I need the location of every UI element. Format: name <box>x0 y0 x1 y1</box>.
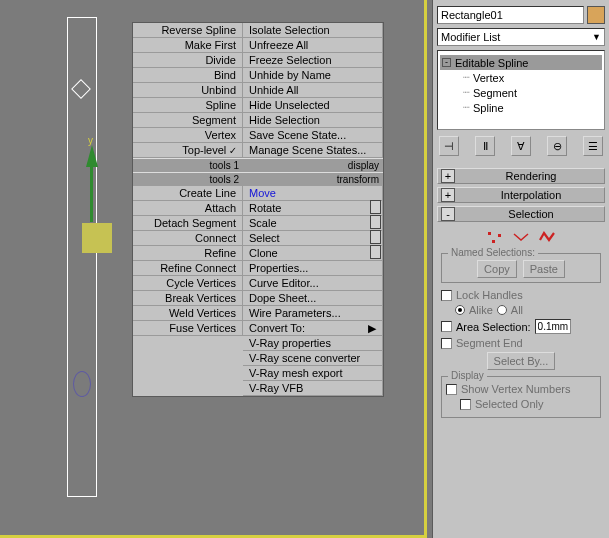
show-vertex-numbers-checkbox[interactable] <box>446 384 457 395</box>
option-box-icon[interactable] <box>370 230 381 244</box>
stack-sub-spline[interactable]: ┈Spline <box>440 100 602 115</box>
quad-item-refine-connect[interactable]: Refine Connect <box>133 261 243 276</box>
rollout-rendering: + Rendering <box>437 168 605 184</box>
spline-level-icon[interactable] <box>539 231 555 245</box>
quad-header-display: display <box>243 158 383 172</box>
object-color-swatch[interactable] <box>587 6 605 24</box>
make-unique-button[interactable]: ∀ <box>511 136 531 156</box>
y-axis-stem <box>90 167 93 222</box>
quad-item-select[interactable]: Select <box>243 231 383 246</box>
pin-stack-button[interactable]: ⊣ <box>439 136 459 156</box>
display-group-label: Display <box>448 370 487 381</box>
area-selection-checkbox[interactable] <box>441 321 452 332</box>
stack-root-editable-spline[interactable]: - Editable Spline <box>440 55 602 70</box>
vertex-level-icon[interactable] <box>487 231 503 245</box>
quad-item-rotate[interactable]: Rotate <box>243 201 383 216</box>
quad-header-tools1: tools 1 <box>133 158 243 172</box>
chevron-down-icon: ▼ <box>592 32 601 42</box>
quad-item-make-first[interactable]: Make First <box>133 38 243 53</box>
quad-header-transform: transform <box>243 172 383 186</box>
modifier-list-dropdown[interactable]: Modifier List ▼ <box>437 28 605 46</box>
quad-item-freeze-selection[interactable]: Freeze Selection <box>243 53 383 68</box>
quad-item-vray-scene-converter[interactable]: V-Ray scene converter <box>243 351 383 366</box>
origin-gizmo[interactable] <box>82 223 112 253</box>
quad-item-attach[interactable]: Attach <box>133 201 243 216</box>
selected-only-checkbox[interactable] <box>460 399 471 410</box>
quad-item-vray-properties[interactable]: V-Ray properties <box>243 336 383 351</box>
segment-level-icon[interactable] <box>513 231 529 245</box>
minus-icon: - <box>441 207 455 221</box>
quad-item-dope-sheet[interactable]: Dope Sheet... <box>243 291 383 306</box>
remove-modifier-button[interactable]: ⊖ <box>547 136 567 156</box>
quad-item-hide-selection[interactable]: Hide Selection <box>243 113 383 128</box>
ellipse-shape[interactable] <box>73 371 91 397</box>
rollout-head-interpolation[interactable]: + Interpolation <box>437 187 605 203</box>
segment-end-checkbox[interactable] <box>441 338 452 349</box>
quad-item-properties[interactable]: Properties... <box>243 261 383 276</box>
quad-header-tools2: tools 2 <box>133 172 243 186</box>
option-box-icon[interactable] <box>370 215 381 229</box>
object-name-input[interactable] <box>437 6 584 24</box>
quad-item-clone[interactable]: Clone <box>243 246 383 261</box>
quad-item-unbind[interactable]: Unbind <box>133 83 243 98</box>
paste-button[interactable]: Paste <box>523 260 565 278</box>
quad-item-move[interactable]: Move <box>243 186 383 201</box>
quad-item-convert-to[interactable]: Convert To:▶ <box>243 321 383 336</box>
collapse-icon[interactable]: - <box>442 58 451 67</box>
stack-sub-vertex[interactable]: ┈Vertex <box>440 70 602 85</box>
quad-item-refine[interactable]: Refine <box>133 246 243 261</box>
named-selections-group: Named Selections: Copy Paste <box>441 253 601 283</box>
plus-icon: + <box>441 188 455 202</box>
copy-button[interactable]: Copy <box>477 260 517 278</box>
option-box-icon[interactable] <box>370 245 381 259</box>
quad-item-vray-vfb[interactable]: V-Ray VFB <box>243 381 383 396</box>
option-box-icon[interactable] <box>370 200 381 214</box>
show-end-button[interactable]: Ⅱ <box>475 136 495 156</box>
rollout-head-rendering[interactable]: + Rendering <box>437 168 605 184</box>
quad-item-isolate-selection[interactable]: Isolate Selection <box>243 23 383 38</box>
quad-item-scale[interactable]: Scale <box>243 216 383 231</box>
configure-sets-button[interactable]: ☰ <box>583 136 603 156</box>
subobject-level-icons <box>441 231 601 245</box>
quad-item-top-level[interactable]: Top-level ✓ <box>133 143 243 158</box>
quad-item-create-line[interactable]: Create Line <box>133 186 243 201</box>
lock-handles-checkbox[interactable] <box>441 290 452 301</box>
quad-item-save-scene-state[interactable]: Save Scene State... <box>243 128 383 143</box>
quad-item-fuse-vertices[interactable]: Fuse Vertices <box>133 321 243 336</box>
quad-item-hide-unselected[interactable]: Hide Unselected <box>243 98 383 113</box>
quad-item-unhide-all[interactable]: Unhide All <box>243 83 383 98</box>
stack-toolbar: ⊣ Ⅱ ∀ ⊖ ☰ <box>439 136 603 156</box>
quad-item-reverse-spline[interactable]: Reverse Spline <box>133 23 243 38</box>
rollout-selection: - Selection Named Selections: Copy Paste… <box>437 206 605 429</box>
select-by-button[interactable]: Select By... <box>487 352 556 370</box>
active-viewport-border <box>424 0 427 538</box>
rollout-head-selection[interactable]: - Selection <box>437 206 605 222</box>
quad-item-spline[interactable]: Spline <box>133 98 243 113</box>
quad-item-divide[interactable]: Divide <box>133 53 243 68</box>
quad-item-detach-segment[interactable]: Detach Segment <box>133 216 243 231</box>
quad-item-segment[interactable]: Segment <box>133 113 243 128</box>
rollout-interpolation: + Interpolation <box>437 187 605 203</box>
quad-item-unfreeze-all[interactable]: Unfreeze All <box>243 38 383 53</box>
quad-item-vertex[interactable]: Vertex <box>133 128 243 143</box>
quad-item-break-vertices[interactable]: Break Vertices <box>133 291 243 306</box>
quad-item-connect[interactable]: Connect <box>133 231 243 246</box>
display-group: Display Show Vertex Numbers Selected Onl… <box>441 376 601 418</box>
command-panel: Modifier List ▼ - Editable Spline ┈Verte… <box>432 0 609 538</box>
quad-item-vray-mesh-export[interactable]: V-Ray mesh export <box>243 366 383 381</box>
quad-item-curve-editor[interactable]: Curve Editor... <box>243 276 383 291</box>
quad-item-wire-parameters[interactable]: Wire Parameters... <box>243 306 383 321</box>
modifier-list-label: Modifier List <box>441 31 500 43</box>
plus-icon: + <box>441 169 455 183</box>
stack-sub-segment[interactable]: ┈Segment <box>440 85 602 100</box>
all-radio[interactable] <box>497 305 507 315</box>
modifier-stack[interactable]: - Editable Spline ┈Vertex ┈Segment ┈Spli… <box>437 50 605 130</box>
area-selection-value[interactable] <box>535 319 571 334</box>
quad-item-weld-vertices[interactable]: Weld Vertices <box>133 306 243 321</box>
alike-radio[interactable] <box>455 305 465 315</box>
quad-item-manage-scene-states[interactable]: Manage Scene States... <box>243 143 383 158</box>
named-selections-label: Named Selections: <box>448 247 538 258</box>
quad-item-unhide-by-name[interactable]: Unhide by Name <box>243 68 383 83</box>
quad-item-cycle-vertices[interactable]: Cycle Vertices <box>133 276 243 291</box>
quad-item-bind[interactable]: Bind <box>133 68 243 83</box>
